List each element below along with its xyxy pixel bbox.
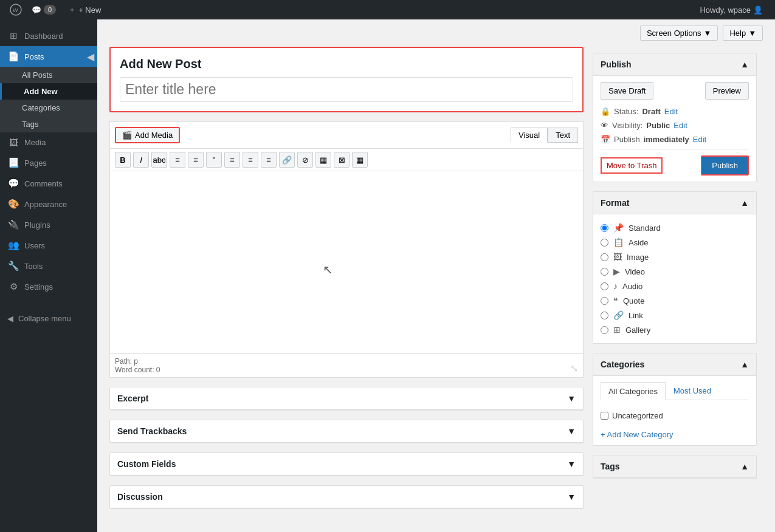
format-image-radio[interactable] [601,253,608,261]
format-video-radio[interactable] [601,268,608,276]
sidebar-item-comments[interactable]: 💬 Comments [0,173,97,194]
sidebar-item-settings[interactable]: ⚙ Settings [0,276,97,297]
sidebar-label-pages: Pages [24,159,47,168]
editor-toolbar-top: 🎬 Add Media Visual Text [110,122,583,149]
post-title-input[interactable] [120,77,573,102]
sidebar-item-posts[interactable]: 📄 Posts ◀ [0,46,97,67]
fmt-unlink[interactable]: ⊘ [297,152,313,168]
metabox-trackbacks-chevron: ▼ [567,426,576,436]
fmt-align-center[interactable]: ≡ [243,152,258,168]
sidebar-item-media[interactable]: 🖼 Media [0,132,97,152]
adminbar-comments[interactable]: 💬 0 [26,5,62,15]
editor-footer-left: Path: p Word count: 0 [115,357,160,374]
format-aside-icon: 📋 [613,237,624,247]
preview-button[interactable]: Preview [705,82,749,100]
format-audio: ♪ Audio [601,279,749,293]
plus-icon: ＋ [68,4,76,15]
fmt-ol[interactable]: ≡ [188,152,204,168]
sidebar-item-plugins[interactable]: 🔌 Plugins [0,214,97,235]
fmt-link[interactable]: 🔗 [279,152,295,168]
categories-metabox-header[interactable]: Categories ▲ [593,353,756,376]
add-new-category-link[interactable]: + Add New Category [601,430,749,439]
sidebar-item-dashboard[interactable]: ⊞ Dashboard [0,26,97,46]
collapse-menu-button[interactable]: ◀ Collapse menu [0,309,97,328]
format-standard-label: Standard [629,223,661,233]
help-button[interactable]: Help ▼ [723,26,763,41]
save-draft-button[interactable]: Save Draft [601,82,653,100]
fmt-italic[interactable]: I [133,152,149,168]
format-gallery-label: Gallery [625,326,650,335]
publish-time-edit-link[interactable]: Edit [693,135,706,144]
fmt-fullscreen[interactable]: ⊠ [334,152,350,168]
editor-content-area[interactable]: ↖ [110,171,583,353]
submenu-all-posts[interactable]: All Posts [0,67,97,83]
format-quote: ❝ Quote [601,293,749,308]
fmt-blockquote[interactable]: " [206,152,222,168]
format-video: ▶ Video [601,264,749,279]
submenu-categories[interactable]: Categories [0,100,97,116]
metabox-trackbacks-header[interactable]: Send Trackbacks ▼ [110,420,583,443]
sidebar-label-posts: Posts [24,52,44,61]
format-link-radio[interactable] [601,312,608,319]
category-list: Uncategorized [601,406,749,425]
fmt-ul[interactable]: ≡ [170,152,185,168]
format-standard: 📌 Standard [601,220,749,235]
howdy-text[interactable]: Howdy, wpace 👤 [694,5,769,15]
publish-metabox-header[interactable]: Publish ▲ [593,53,756,76]
metabox-excerpt-header[interactable]: Excerpt ▼ [110,387,583,410]
format-quote-label: Quote [623,296,644,305]
resize-handle[interactable]: ⤡ [570,363,578,374]
format-aside-label: Aside [629,238,649,247]
tab-text[interactable]: Text [548,128,578,143]
fmt-align-right[interactable]: ≡ [261,152,277,168]
metabox-discussion-header[interactable]: Discussion ▼ [110,486,583,508]
add-media-button[interactable]: 🎬 Add Media [115,127,180,143]
submenu-add-new[interactable]: Add New [0,83,97,100]
format-chevron: ▲ [740,198,749,208]
sidebar-item-users[interactable]: 👥 Users [0,235,97,256]
status-edit-link[interactable]: Edit [664,107,678,116]
metabox-excerpt-label: Excerpt [117,394,148,403]
format-title: Format [601,198,629,208]
sidebar-item-pages[interactable]: 📃 Pages [0,152,97,173]
format-metabox-header[interactable]: Format ▲ [593,192,756,214]
submenu-tags[interactable]: Tags [0,116,97,132]
format-aside-radio[interactable] [601,239,608,247]
post-title-box: Add New Post [109,47,584,112]
sidebar-label-plugins: Plugins [24,220,50,230]
categories-title: Categories [601,360,644,369]
fmt-show-hide[interactable]: ▦ [352,152,368,168]
sidebar-label-dashboard: Dashboard [24,32,63,41]
new-label: + New [78,5,101,15]
adminbar-new[interactable]: ＋ + New [62,4,107,15]
fmt-bold[interactable]: B [115,152,131,168]
move-to-trash-link[interactable]: Move to Trash [601,157,663,174]
metabox-custom-fields-header[interactable]: Custom Fields ▼ [110,453,583,476]
fmt-align-left[interactable]: ≡ [224,152,240,168]
tab-most-used[interactable]: Most Used [666,382,719,400]
tags-metabox-header[interactable]: Tags ▲ [593,455,756,478]
sidebar-item-tools[interactable]: 🔧 Tools [0,256,97,276]
category-uncategorized-checkbox[interactable] [601,412,608,420]
tab-visual[interactable]: Visual [511,128,548,143]
visibility-edit-link[interactable]: Edit [673,121,687,130]
format-standard-radio[interactable] [601,224,608,232]
fmt-strikethrough[interactable]: abc [151,152,167,168]
screen-options-button[interactable]: Screen Options ▼ [640,26,718,41]
format-gallery-radio[interactable] [601,326,608,334]
editor-tabs: Visual Text [511,128,578,143]
format-audio-radio[interactable] [601,282,608,290]
dashboard-icon: ⊞ [7,30,19,41]
wp-body: Screen Options ▼ Help ▼ Add New Post [97,19,775,532]
metabox-excerpt: Excerpt ▼ [109,387,584,411]
format-quote-radio[interactable] [601,297,608,305]
fmt-insert-more[interactable]: ▦ [315,152,331,168]
publish-button[interactable]: Publish [701,155,749,176]
publish-status: 🔒 Status: Draft Edit [601,107,749,116]
adminbar-right: Howdy, wpace 👤 [694,5,769,15]
sidebar-item-appearance[interactable]: 🎨 Appearance [0,194,97,214]
publish-title: Publish [601,60,632,69]
wp-logo[interactable]: W [6,0,26,19]
tab-all-categories[interactable]: All Categories [601,382,666,400]
add-media-label: Add Media [135,131,173,140]
